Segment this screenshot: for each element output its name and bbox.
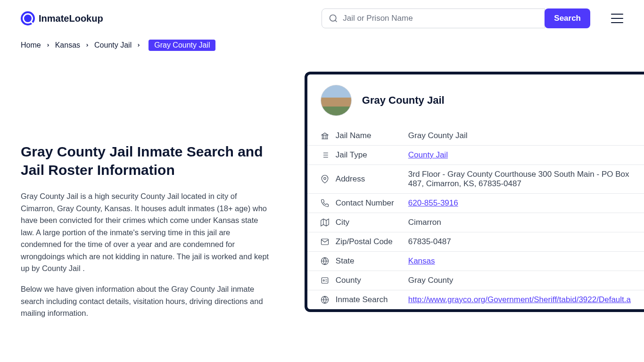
menu-button[interactable] (611, 14, 623, 23)
search-icon (329, 14, 338, 23)
info-row-value: 3rd Floor - Gray County Courthouse 300 S… (408, 170, 631, 189)
chevron-right-icon (46, 43, 50, 48)
map-icon (321, 218, 329, 227)
info-row-label: Inmate Search (336, 295, 402, 304)
info-row: Zip/Postal Code67835-0487 (307, 232, 644, 252)
jail-avatar (321, 85, 352, 116)
card-title: Gray County Jail (362, 94, 445, 107)
info-row: StateKansas (307, 252, 644, 271)
info-row-label: Jail Type (336, 150, 402, 160)
info-row: Inmate Searchhttp://www.grayco.org/Gover… (307, 290, 644, 309)
hamburger-line (611, 14, 623, 15)
badge-icon (321, 276, 329, 285)
jail-info-card: Gray County Jail Jail NameGray County Ja… (305, 72, 644, 312)
info-row-label: County (336, 276, 402, 285)
info-row-value: Gray County (408, 276, 453, 285)
info-row: Jail TypeCounty Jail (307, 146, 644, 165)
search-input[interactable] (343, 14, 538, 23)
svg-marker-9 (321, 219, 329, 226)
hamburger-line (611, 22, 623, 23)
info-row-link[interactable]: http://www.grayco.org/Government/Sheriff… (408, 295, 631, 304)
page-description-2: Below we have given information about th… (21, 283, 270, 320)
info-row-label: State (336, 256, 402, 266)
search-form: Search (322, 8, 590, 28)
info-row-value: 67835-0487 (408, 237, 451, 247)
bank-icon (321, 132, 329, 140)
right-column: Gray County Jail Jail NameGray County Ja… (296, 72, 623, 312)
info-row-value: http://www.grayco.org/Government/Sheriff… (408, 295, 631, 304)
header-right: Search (322, 8, 623, 28)
breadcrumb-current: Gray County Jail (149, 40, 215, 51)
info-row-link[interactable]: 620-855-3916 (408, 198, 458, 207)
info-row-value: Cimarron (408, 218, 441, 227)
left-column: Gray County Jail Inmate Search and Jail … (21, 72, 270, 328)
breadcrumb-type[interactable]: County Jail (94, 41, 132, 49)
mail-icon (321, 238, 329, 246)
svg-point-15 (323, 280, 324, 281)
chevron-right-icon (85, 43, 90, 48)
svg-rect-14 (322, 278, 328, 283)
info-row-label: Jail Name (336, 131, 402, 140)
list-icon (321, 151, 329, 159)
info-row: Contact Number620-855-3916 (307, 194, 644, 213)
svg-point-0 (330, 15, 336, 21)
logo[interactable]: InmateLookup (21, 11, 103, 25)
info-row: Jail NameGray County Jail (307, 126, 644, 146)
svg-point-8 (324, 177, 326, 180)
globe-icon (321, 257, 329, 265)
info-row-label: Contact Number (336, 198, 402, 208)
hamburger-line (611, 18, 623, 19)
info-row-value: 620-855-3916 (408, 198, 458, 208)
info-row-label: City (336, 218, 402, 227)
info-row-label: Address (336, 174, 402, 184)
info-rows: Jail NameGray County JailJail TypeCounty… (307, 126, 644, 309)
info-row-link[interactable]: Kansas (408, 256, 435, 265)
main-content: Gray County Jail Inmate Search and Jail … (0, 51, 644, 349)
logo-text: InmateLookup (39, 13, 103, 24)
pin-icon (321, 175, 329, 183)
card-header: Gray County Jail (307, 74, 644, 126)
info-row: CountyGray County (307, 271, 644, 290)
header: InmateLookup Search (0, 0, 644, 37)
logo-icon (21, 11, 35, 25)
breadcrumb-state[interactable]: Kansas (55, 41, 80, 49)
search-box[interactable] (322, 8, 545, 28)
breadcrumb-home[interactable]: Home (21, 41, 41, 49)
info-row-value: Kansas (408, 256, 435, 266)
page-description-1: Gray County Jail is a high security Coun… (21, 190, 270, 275)
page-title: Gray County Jail Inmate Search and Jail … (21, 142, 270, 179)
info-row-value: County Jail (408, 150, 448, 160)
info-row: Address3rd Floor - Gray County Courthous… (307, 165, 644, 194)
info-row-link[interactable]: County Jail (408, 150, 448, 159)
info-row-label: Zip/Postal Code (336, 237, 402, 247)
chevron-right-icon (136, 43, 141, 48)
info-row: CityCimarron (307, 213, 644, 232)
svg-line-1 (335, 20, 337, 22)
web-icon (321, 296, 329, 304)
search-button[interactable]: Search (545, 8, 590, 28)
info-row-value: Gray County Jail (408, 131, 468, 140)
breadcrumb: Home Kansas County Jail Gray County Jail (0, 40, 644, 51)
phone-icon (321, 199, 329, 207)
